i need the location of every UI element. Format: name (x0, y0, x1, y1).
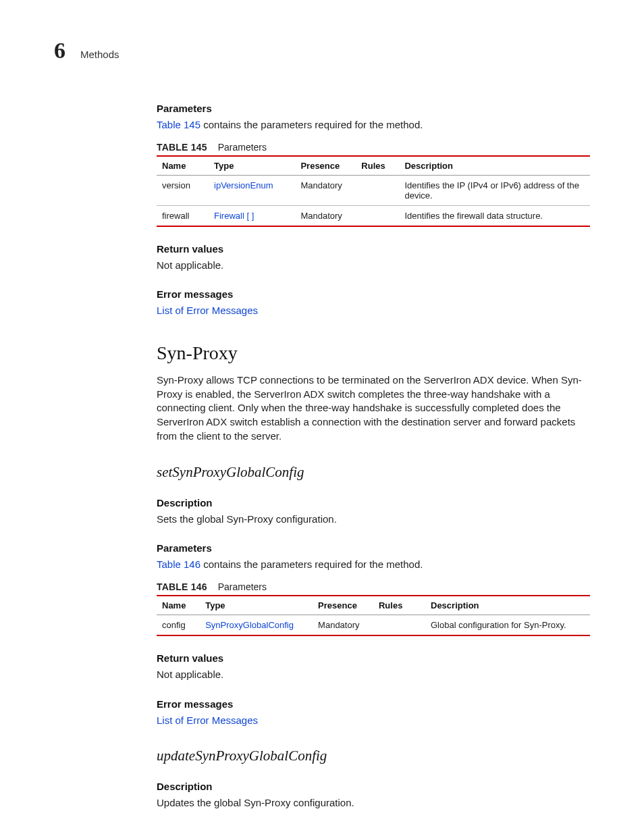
cell-rules (356, 175, 399, 205)
header-section-title: Methods (80, 49, 119, 60)
type-link[interactable]: SynProxyGlobalConfig (205, 620, 294, 630)
cell-name: config (157, 615, 200, 635)
description-body-1: Sets the global Syn-Proxy configuration. (157, 513, 590, 527)
cell-presence: Mandatory (313, 615, 373, 635)
description-heading-1: Description (157, 497, 590, 509)
description-heading-2: Description (157, 781, 590, 792)
cell-name: version (157, 175, 209, 205)
chapter-number: 6 (54, 38, 65, 63)
table145-caption: TABLE 145Parameters (157, 142, 590, 153)
cell-desc: Identifies the IP (IPv4 or IPv6) address… (399, 175, 590, 205)
cell-desc: Identifies the firewall data structure. (399, 205, 590, 226)
error-messages-link-1[interactable]: List of Error Messages (157, 305, 258, 316)
error-messages-link-2[interactable]: List of Error Messages (157, 714, 258, 726)
table146-link[interactable]: Table 146 (157, 558, 200, 570)
running-header: 6 Methods (54, 38, 590, 63)
parameters-intro-rest-2: contains the parameters required for the… (200, 558, 423, 570)
type-link[interactable]: Firewall [ ] (214, 211, 254, 221)
parameters-heading-2: Parameters (157, 542, 590, 554)
col-header: Rules (356, 156, 399, 176)
return-values-heading-2: Return values (157, 652, 590, 664)
table-row: version ipVersionEnum Mandatory Identifi… (157, 175, 590, 205)
setsynproxyglobalconfig-heading: setSynProxyGlobalConfig (157, 464, 590, 481)
parameters-heading-1: Parameters (157, 103, 590, 114)
table-row: config SynProxyGlobalConfig Mandatory Gl… (157, 615, 590, 635)
return-values-body-1: Not applicable. (157, 259, 590, 273)
table146-caption-text: Parameters (218, 581, 267, 592)
col-header: Type (209, 156, 295, 176)
description-body-2: Updates the global Syn-Proxy configurati… (157, 796, 590, 810)
updatesynproxyglobalconfig-heading: updateSynProxyGlobalConfig (157, 748, 590, 764)
table-row: firewall Firewall [ ] Mandatory Identifi… (157, 205, 590, 226)
syn-proxy-body: Syn-Proxy allows TCP connections to be t… (157, 373, 590, 443)
return-values-heading-1: Return values (157, 243, 590, 255)
col-header: Description (425, 596, 590, 615)
table145-caption-label: TABLE 145 (157, 142, 207, 153)
cell-name: firewall (157, 205, 209, 226)
col-header: Presence (313, 596, 373, 615)
return-values-body-2: Not applicable. (157, 668, 590, 682)
error-messages-heading-2: Error messages (157, 698, 590, 710)
parameters-intro-rest-1: contains the parameters required for the… (200, 119, 423, 130)
col-header: Description (399, 156, 590, 176)
col-header: Type (200, 596, 313, 615)
cell-presence: Mandatory (295, 205, 356, 226)
type-link[interactable]: ipVersionEnum (214, 180, 273, 190)
cell-desc: Global configuration for Syn-Proxy. (425, 615, 590, 635)
table-145: Name Type Presence Rules Description ver… (157, 155, 590, 227)
parameters-intro-2: Table 146 contains the parameters requir… (157, 558, 590, 572)
syn-proxy-heading: Syn-Proxy (157, 342, 590, 364)
cell-presence: Mandatory (295, 175, 356, 205)
table145-link[interactable]: Table 145 (157, 119, 200, 130)
cell-rules (356, 205, 399, 226)
col-header: Rules (373, 596, 425, 615)
table146-caption: TABLE 146Parameters (157, 581, 590, 592)
col-header: Name (157, 156, 209, 176)
col-header: Name (157, 596, 200, 615)
parameters-intro-1: Table 145 contains the parameters requir… (157, 118, 590, 132)
table145-caption-text: Parameters (218, 142, 267, 153)
col-header: Presence (295, 156, 356, 176)
table146-caption-label: TABLE 146 (157, 581, 207, 592)
table-146: Name Type Presence Rules Description con… (157, 595, 590, 636)
cell-rules (373, 615, 425, 635)
error-messages-heading-1: Error messages (157, 288, 590, 300)
